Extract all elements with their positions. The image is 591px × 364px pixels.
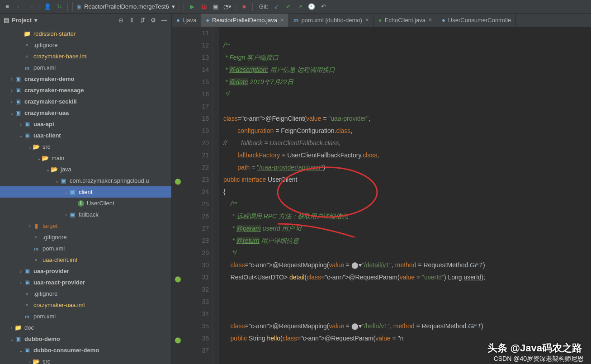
tree-item[interactable]: ▫.gitignore (0, 232, 171, 243)
chevron-icon[interactable]: › (9, 324, 14, 331)
tree-item[interactable]: ›📂src (0, 356, 171, 364)
git-push-icon[interactable]: ↗ (296, 3, 303, 10)
line-number[interactable]: 20 (172, 137, 209, 149)
chevron-icon[interactable]: › (18, 121, 24, 128)
profile-icon[interactable]: ◔▾ (224, 3, 231, 10)
code-line[interactable]: path = "/uaa-provider/api/user") (223, 161, 591, 174)
code-line[interactable]: */ (223, 247, 591, 259)
line-number[interactable]: 21 (172, 149, 209, 161)
target-icon[interactable]: ⊕ (117, 17, 124, 24)
chevron-icon[interactable]: › (18, 279, 24, 286)
line-number[interactable]: 32 (172, 284, 209, 296)
git-commit-icon[interactable]: ✔ (284, 3, 292, 10)
chevron-icon[interactable]: › (18, 268, 24, 274)
chevron-icon[interactable]: › (63, 211, 69, 218)
collapse-icon[interactable]: ⇵ (139, 17, 146, 24)
code-line[interactable]: /** (223, 39, 591, 52)
code-line[interactable]: class="c-ann">@RequestMapping(value = ⬤▾… (223, 259, 591, 271)
code-line[interactable]: * @return 用户详细信息 (223, 235, 591, 247)
code-editor[interactable]: 11121314151617181920212223🟢2425262728293… (172, 27, 591, 364)
line-number[interactable]: 27 (172, 222, 209, 235)
tree-item[interactable]: mpom.xml (0, 311, 171, 322)
line-number[interactable]: 11 (172, 27, 209, 39)
code-line[interactable]: configuration = FeignConfiguration.class… (223, 125, 591, 137)
run-icon[interactable]: ▶ (189, 3, 196, 10)
run-configuration-selector[interactable]: ◉ ReactorPrallelDemo.mergeTest6 ▾ (72, 2, 179, 11)
line-number[interactable]: 28 (172, 235, 209, 247)
code-content[interactable]: /** * Feign 客户端接口 * @description: 用户信息 远… (219, 27, 591, 364)
close-icon[interactable]: ✕ (280, 17, 284, 23)
chevron-icon[interactable]: ⌄ (45, 166, 51, 173)
chevron-icon[interactable]: › (9, 87, 14, 94)
code-line[interactable]: public interface UserClient (223, 174, 591, 186)
code-line[interactable] (223, 284, 591, 296)
editor-tab[interactable]: ●ReactorPrallelDemo.java✕ (201, 14, 289, 27)
tree-item[interactable]: mpom.xml (0, 62, 171, 73)
line-gutter[interactable]: 11121314151617181920212223🟢2425262728293… (172, 27, 213, 364)
tree-item[interactable]: ▫crazymaker-uaa.iml (0, 299, 171, 311)
code-line[interactable]: * @param userId 用户 Id (223, 222, 591, 235)
menu-icon[interactable]: ≡ (4, 3, 11, 10)
line-number[interactable]: 35 (172, 320, 209, 332)
line-number[interactable]: 37 (172, 345, 209, 357)
tree-item[interactable]: 📁redission-starter (0, 28, 171, 39)
debug-icon[interactable]: 🐞 (200, 3, 208, 10)
tree-item[interactable]: ⌄▣dubbo-demo (0, 333, 171, 345)
expand-icon[interactable]: ⇕ (128, 17, 135, 24)
line-number[interactable]: 18 (172, 113, 209, 125)
code-line[interactable] (223, 296, 591, 308)
code-line[interactable]: { (223, 186, 591, 198)
forward-icon[interactable]: → (27, 3, 34, 10)
git-rollback-icon[interactable]: ↶ (320, 3, 327, 10)
line-number[interactable]: 23🟢 (172, 174, 209, 186)
sidebar-title[interactable]: Project (12, 17, 32, 24)
tree-item[interactable]: ›▮target (0, 220, 171, 232)
close-icon[interactable]: ✕ (428, 17, 432, 23)
chevron-icon[interactable]: ⌄ (27, 143, 33, 150)
user-icon[interactable]: 👤 (44, 3, 51, 10)
line-number[interactable]: 19 (172, 125, 209, 137)
stop-icon[interactable]: ■ (241, 3, 248, 10)
line-number[interactable]: 33 (172, 296, 209, 308)
coverage-icon[interactable]: ▣ (212, 3, 219, 10)
tree-item[interactable]: ›▣fallback (0, 209, 171, 220)
line-number[interactable]: 16 (172, 88, 209, 100)
git-pull-icon[interactable]: ↙ (273, 3, 280, 10)
tree-item[interactable]: ⌄▣client (0, 186, 171, 198)
line-number[interactable]: 36🟢 (172, 332, 209, 345)
code-line[interactable]: * Feign 客户端接口 (223, 52, 591, 64)
git-history-icon[interactable]: 🕘 (308, 3, 315, 10)
code-line[interactable]: * @date 2019年7月22日 (223, 76, 591, 88)
line-number[interactable]: 13 (172, 52, 209, 64)
line-number[interactable]: 24 (172, 186, 209, 198)
chevron-icon[interactable]: ⌄ (18, 347, 24, 354)
tree-item[interactable]: ▫.gitignore (0, 288, 171, 299)
editor-tab[interactable]: ●l.java (172, 14, 201, 27)
chevron-down-icon[interactable]: ▾ (34, 17, 38, 24)
project-tree[interactable]: 📁redission-starter▫.gitignore▫crazymaker… (0, 27, 171, 364)
code-line[interactable]: fallbackFactory = UserClientFallbackFact… (223, 149, 591, 161)
code-line[interactable]: class="c-ann">@FeignClient(value = "uaa-… (223, 113, 591, 125)
line-number[interactable]: 14 (172, 64, 209, 76)
back-icon[interactable]: ← (15, 3, 23, 10)
tree-item[interactable]: ›▣uaa-api (0, 118, 171, 130)
line-number[interactable]: 17 (172, 100, 209, 113)
close-icon[interactable]: ✕ (365, 17, 369, 23)
editor-tab[interactable]: ●UserConsumerControlle (437, 14, 516, 27)
tree-item[interactable]: ⌄📂src (0, 141, 171, 152)
chevron-icon[interactable]: › (27, 222, 33, 229)
editor-tab[interactable]: mpom.xml (dubbo-demo)✕ (289, 14, 374, 27)
code-line[interactable]: RestOut<UserDTO> detail(class="c-ann">@R… (223, 271, 591, 284)
tree-item[interactable]: ⌄📂java (0, 164, 171, 175)
code-line[interactable]: class="c-ann">@RequestMapping(value = ⬤▾… (223, 320, 591, 332)
tree-item[interactable]: ›▣crazymaker-seckill (0, 96, 171, 107)
chevron-icon[interactable]: › (9, 76, 14, 82)
code-line[interactable]: */ (223, 88, 591, 100)
line-number[interactable]: 29 (172, 247, 209, 259)
chevron-icon[interactable]: ⌄ (18, 132, 24, 139)
tree-item[interactable]: ›▣uaa-provider (0, 265, 171, 277)
line-number[interactable]: 30 (172, 259, 209, 271)
line-number[interactable]: 26 (172, 210, 209, 222)
code-line[interactable] (223, 27, 591, 39)
tree-item[interactable]: mpom.xml (0, 243, 171, 254)
